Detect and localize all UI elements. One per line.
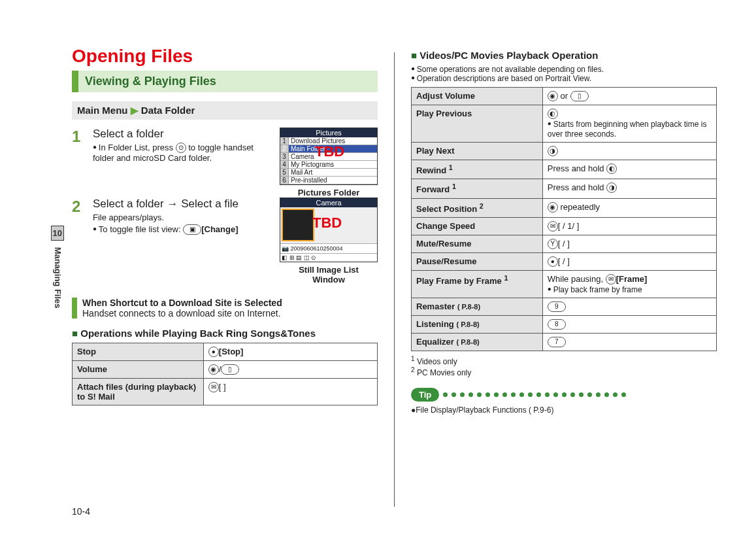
screenshot-2-caption-l1: Still Image List: [280, 265, 378, 275]
menu-path-arrow: ▶: [131, 105, 139, 116]
step-2-arrow: →: [167, 198, 178, 210]
section-heading: Viewing & Playing Files: [72, 71, 378, 92]
table-row: Equalizer ( P.8-8) 7: [412, 333, 717, 351]
tip-line: ●File Display/Playback Functions ( P.9-6…: [411, 405, 717, 415]
step-2-line2: File appears/plays.: [93, 213, 238, 222]
step-2-bullet: To toggle file list view: ▣[Change]: [93, 224, 238, 235]
digit-key-icon: 9: [548, 301, 566, 312]
menu-path-target: Data Folder: [141, 105, 195, 116]
tip-label: Tip: [411, 388, 439, 402]
right-key-icon: ◑: [606, 182, 617, 193]
column-divider: [394, 52, 395, 507]
nav-key-icon: ◉: [548, 202, 558, 213]
tip-dots: [443, 392, 717, 397]
digit-key-icon: 8: [548, 319, 566, 330]
step-1-number: 1: [72, 128, 86, 163]
table-row: Change Speed ✉[ / 1/ ]: [412, 217, 717, 235]
right-column: Videos/PC Movies Playback Operation Some…: [411, 46, 717, 513]
table-row: Mute/Resume Y[ / ]: [412, 235, 717, 252]
left-key-icon: ◐: [548, 109, 558, 119]
step-1-heading: Select a folder: [93, 128, 273, 141]
table-row: Select Position 2 ◉ repeatedly: [412, 198, 717, 217]
video-ops-table: Adjust Volume ◉ or ▯ Play Previous ◐Star…: [411, 87, 717, 351]
left-column: Opening Files Viewing & Playing Files Ma…: [72, 46, 378, 513]
chapter-number: 10: [51, 226, 64, 241]
ringtones-ops-heading: Operations while Playing Back Ring Songs…: [72, 328, 378, 339]
table-row: Forward 1 Press and hold ◑: [412, 179, 717, 198]
side-key-icon: ▯: [221, 364, 239, 375]
table-row: Listening ( P.8-8) 8: [412, 315, 717, 333]
chapter-side-tab: 10 Managing Files: [46, 226, 64, 330]
callout-body: Handset connects to a download site on I…: [82, 308, 378, 318]
camera-key-icon: ▣: [183, 224, 201, 235]
page-number: 10-4: [72, 506, 90, 517]
right-key-icon: ◑: [548, 146, 558, 156]
screenshot-1-caption: Pictures Folder: [280, 188, 378, 198]
center-key-icon: ●: [548, 256, 558, 267]
callout-download-site: When Shortcut to a Download Site is Sele…: [72, 298, 378, 318]
menu-path: Main Menu ▶ Data Folder: [72, 101, 378, 120]
table-row: Attach files (during playback) to S! Mai…: [73, 379, 378, 405]
video-ops-heading: Videos/PC Movies Playback Operation: [411, 50, 717, 61]
table-row: Pause/Resume ●[ / ]: [412, 252, 717, 270]
ringtones-ops-table: Stop ●[Stop] Volume ◉/▯ Attach files (du…: [72, 343, 378, 405]
center-key-icon: ●: [208, 347, 219, 357]
screenshot-still-image-list: Camera 📷 2009060610250004 ◧ ⊞ ▤ ◫ ⊙ TBD …: [280, 198, 378, 284]
tbd-overlay-2: TBD: [312, 215, 342, 232]
table-row: Play Previous ◐Starts from beginning whe…: [412, 105, 717, 143]
nav-key-icon: ◉: [548, 91, 558, 101]
table-row: Volume ◉/▯: [73, 361, 378, 379]
mail-key-icon: ✉: [548, 221, 558, 232]
screenshot-pictures-folder: Pictures 1Download Pictures 2Main Folder…: [280, 128, 378, 198]
video-note-1: Some operations are not available depend…: [411, 65, 717, 74]
step-2-number: 2: [72, 198, 86, 235]
side-key-icon: ▯: [570, 91, 589, 101]
table-row: Adjust Volume ◉ or ▯: [412, 88, 717, 105]
step-2-heading-a: Select a folder: [93, 198, 164, 210]
step-1-bullet: In Folder List, press ⊙ to toggle handse…: [93, 143, 273, 163]
screenshot-2-caption-l2: Window: [280, 275, 378, 284]
tbd-overlay: TBD: [315, 143, 344, 160]
tip-row: Tip: [411, 388, 717, 402]
table-row: Rewind 1 Press and hold ◐: [412, 160, 717, 179]
footnotes: 1 Videos only 2 PC Movies only: [411, 355, 717, 377]
chapter-label: Managing Files: [53, 247, 63, 309]
nav-key-icon: ◉: [208, 364, 219, 375]
mail-key-icon: ✉: [606, 274, 616, 284]
table-row: Play Next ◑: [412, 143, 717, 160]
step-2-heading-b: Select a file: [181, 198, 238, 210]
menu-path-prefix: Main Menu: [77, 105, 128, 116]
mail-key-icon: ✉: [208, 382, 219, 392]
table-row: Remaster ( P.8-8) 9: [412, 298, 717, 315]
page-title: Opening Files: [72, 46, 378, 67]
digit-key-icon: 7: [548, 337, 566, 347]
table-row: Play Frame by Frame 1 While pausing, ✉[F…: [412, 270, 717, 298]
y-key-icon: Y: [548, 239, 558, 249]
video-note-2: Operation descriptions are based on Port…: [411, 74, 717, 83]
left-key-icon: ◐: [606, 163, 617, 174]
table-row: Stop ●[Stop]: [73, 343, 378, 361]
callout-title: When Shortcut to a Download Site is Sele…: [82, 298, 378, 308]
key-icon: ⊙: [176, 143, 186, 153]
